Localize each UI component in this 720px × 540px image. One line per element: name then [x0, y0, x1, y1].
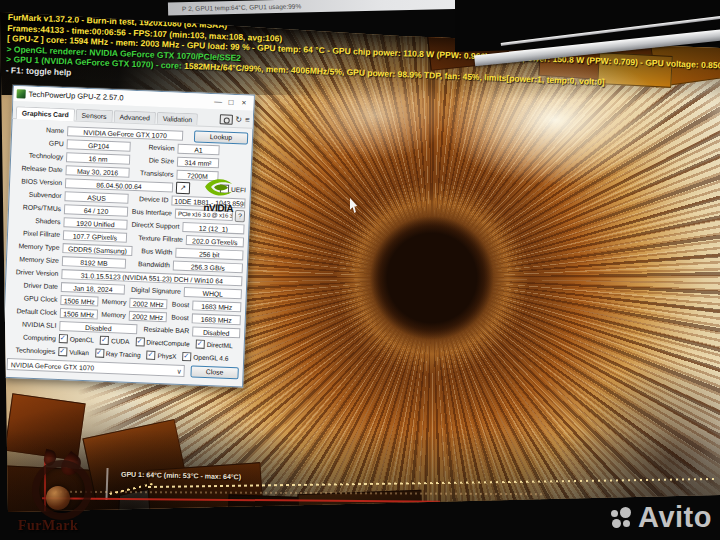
- furmark-sphere-icon: [46, 486, 70, 510]
- pixel-fillrate-field: 107.7 GPixel/s: [63, 230, 127, 243]
- ray-tracing-checkbox[interactable]: Ray Tracing: [95, 349, 141, 360]
- maximize-icon[interactable]: □: [224, 95, 238, 111]
- sli-field: Disabled: [59, 321, 137, 334]
- release-date-field: May 30, 2016: [65, 165, 129, 178]
- avito-logo-dots-icon: [611, 507, 633, 529]
- close-button[interactable]: Close: [190, 365, 238, 379]
- cuda-checkbox[interactable]: CUDA: [100, 336, 130, 346]
- bandwidth-field: 256.3 GB/s: [173, 260, 243, 273]
- digital-signature-field: WHQL: [184, 287, 242, 299]
- default-clock-memory-field: 2002 MHz: [129, 310, 167, 322]
- default-clock-boost-field: 1683 MHz: [192, 313, 241, 325]
- technology-field: 16 nm: [66, 152, 130, 165]
- checkbox-checked-icon[interactable]: [100, 336, 109, 345]
- refresh-icon[interactable]: ↻: [235, 115, 242, 125]
- gpu-clock-boost-field: 1683 MHz: [192, 300, 241, 312]
- driver-date-field: Jan 18, 2024: [61, 282, 125, 295]
- bus-width-field: 256 bit: [175, 247, 243, 260]
- nvidia-logo: nVIDIA: [192, 174, 245, 214]
- nvidia-wordmark: nVIDIA: [192, 202, 244, 214]
- physx-checkbox[interactable]: PhysX: [146, 351, 176, 361]
- close-icon[interactable]: ×: [237, 95, 251, 111]
- vulkan-checkbox[interactable]: Vulkan: [58, 347, 89, 357]
- opengl-checkbox[interactable]: OpenGL 4.6: [182, 352, 229, 363]
- tab-toolbar: ↻ ≡: [219, 114, 250, 127]
- directml-checkbox[interactable]: DirectML: [196, 340, 233, 350]
- listing-photo: FurMark v1.37.2.0 - Burn-in test, 1920x1…: [0, 0, 720, 540]
- gpu-clock-memory-field: 2002 MHz: [129, 297, 167, 309]
- subvendor-field: ASUS: [64, 191, 128, 204]
- menu-icon[interactable]: ≡: [245, 115, 250, 125]
- screenshot-camera-icon[interactable]: [219, 114, 232, 125]
- opencl-checkbox[interactable]: OpenCL: [59, 334, 95, 344]
- die-size-field: 314 mm²: [177, 156, 219, 168]
- checkbox-checked-icon[interactable]: [196, 340, 205, 349]
- gpu-clock-field: 1506 MHz: [60, 295, 98, 307]
- rebar-field: Disabled: [192, 326, 240, 338]
- monitor-screen: FurMark v1.37.2.0 - Burn-in test, 1920x1…: [0, 0, 720, 540]
- checkbox-checked-icon[interactable]: [135, 337, 144, 346]
- memory-size-field: 8192 MB: [62, 256, 126, 269]
- avito-watermark: Avito: [611, 501, 712, 534]
- tab-sensors[interactable]: Sensors: [75, 109, 112, 122]
- checkbox-checked-icon[interactable]: [182, 352, 191, 361]
- checkbox-checked-icon[interactable]: [59, 334, 68, 343]
- directx-field: 12 (12_1): [182, 221, 244, 233]
- gpuz-window: TechPowerUp GPU-Z 2.57.0 — □ × Graphics …: [1, 85, 255, 387]
- nvidia-eye-icon: [202, 175, 237, 200]
- tab-advanced[interactable]: Advanced: [113, 110, 156, 124]
- checkbox-checked-icon[interactable]: [146, 351, 155, 360]
- furmark-logo-text: FurMark: [18, 518, 78, 534]
- avito-watermark-text: Avito: [638, 501, 712, 534]
- furmark-logo: FurMark: [10, 458, 106, 538]
- gpuz-body: Name NVIDIA GeForce GTX 1070 Lookup GPU …: [2, 119, 252, 386]
- minimize-icon[interactable]: —: [211, 94, 225, 110]
- revision-field: A1: [177, 143, 219, 155]
- texture-fillrate-field: 202.0 GTexel/s: [186, 235, 244, 247]
- gpu-field: GP104: [66, 139, 130, 152]
- directcompute-checkbox[interactable]: DirectCompute: [135, 337, 190, 348]
- default-clock-field: 1506 MHz: [60, 308, 98, 320]
- rops-field: 64 / 120: [64, 204, 128, 217]
- lookup-button[interactable]: Lookup: [194, 130, 248, 144]
- tab-validation[interactable]: Validation: [157, 112, 199, 126]
- memory-type-field: GDDR5 (Samsung): [62, 243, 132, 256]
- chevron-down-icon: ∨: [176, 365, 182, 376]
- checkbox-checked-icon[interactable]: [95, 349, 104, 358]
- share-icon[interactable]: ↗: [176, 181, 190, 194]
- checkbox-checked-icon[interactable]: [58, 347, 67, 356]
- shaders-field: 1920 Unified: [63, 217, 127, 230]
- gpu-z-app-icon: [16, 89, 25, 98]
